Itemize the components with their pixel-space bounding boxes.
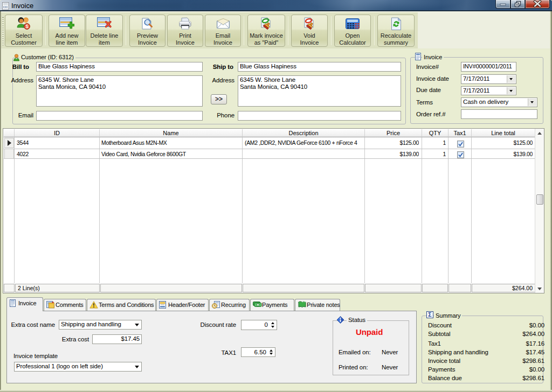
svg-text:$: $ bbox=[26, 24, 29, 29]
svg-text:Σ: Σ bbox=[428, 311, 431, 318]
